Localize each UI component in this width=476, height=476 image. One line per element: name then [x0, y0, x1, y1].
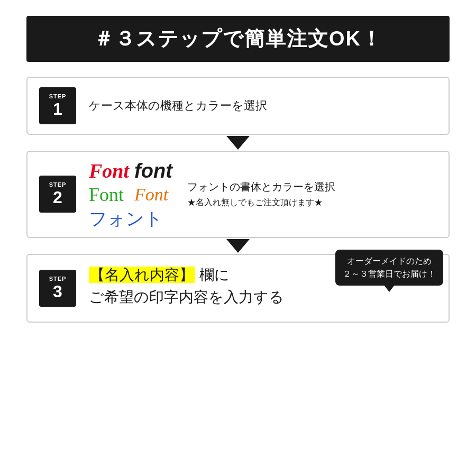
step3-badge: STEP 3	[39, 270, 76, 307]
step2-card: STEP 2 Font font Font Font フォント フォントの書体と…	[26, 151, 450, 238]
font-sample-black-bold: font	[134, 160, 175, 182]
arrow-1	[26, 135, 450, 151]
font-sample-green-script: Font	[89, 185, 129, 207]
step3-number: 3	[53, 282, 62, 301]
step2-sub-text: ★名入れ無しでもご注文頂けます★	[187, 197, 335, 208]
step3-line1-rest: 欄に	[195, 267, 230, 283]
font-sample-blue-katakana: フォント	[89, 209, 175, 228]
step3-label: STEP	[49, 276, 67, 282]
font-sample-red-italic: Font	[89, 160, 129, 182]
step1-badge: STEP 1	[39, 87, 76, 124]
step2-right: フォントの書体とカラーを選択 ★名入れ無しでもご注文頂けます★	[187, 180, 335, 208]
step1-content: ケース本体の機種とカラーを選択	[89, 98, 437, 114]
step2-number: 2	[53, 188, 62, 207]
page-wrapper: ＃３ステップで簡単注文OK！ STEP 1 ケース本体の機種とカラーを選択 ST…	[0, 0, 476, 476]
font-sample-orange-script: Font	[134, 185, 175, 207]
font-samples-grid: Font font Font Font フォント	[89, 160, 175, 228]
step1-card: STEP 1 ケース本体の機種とカラーを選択	[26, 77, 450, 135]
step2-content: Font font Font Font フォント フォントの書体とカラーを選択 …	[89, 160, 437, 228]
step1-description: ケース本体の機種とカラーを選択	[89, 98, 267, 114]
tooltip-bubble: オーダーメイドのため ２～３営業日でお届け！	[335, 250, 443, 286]
step3-highlight: 【名入れ内容】	[89, 267, 195, 283]
step1-number: 1	[53, 100, 62, 118]
step2-badge: STEP 2	[39, 176, 76, 213]
header-title: ＃３ステップで簡単注文OK！	[94, 28, 382, 50]
tooltip-line1: オーダーメイドのため	[347, 257, 432, 266]
step2-main-text: フォントの書体とカラーを選択	[187, 180, 335, 194]
step3-card: オーダーメイドのため ２～３営業日でお届け！ STEP 3 【名入れ内容】 欄に…	[26, 254, 450, 323]
tooltip-line2: ２～３営業日でお届け！	[343, 269, 436, 278]
header-banner: ＃３ステップで簡単注文OK！	[26, 16, 450, 62]
